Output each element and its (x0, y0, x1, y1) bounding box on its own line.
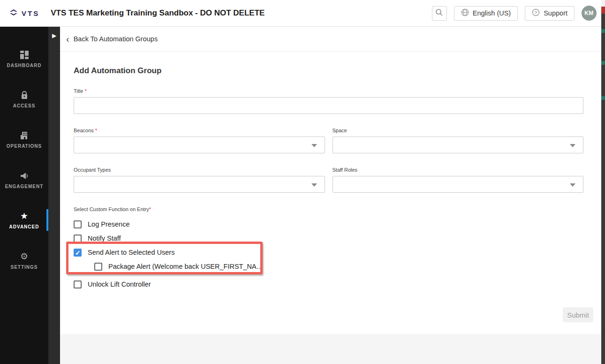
space-select[interactable] (333, 136, 584, 153)
title-input[interactable] (74, 97, 583, 114)
checkbox-option-label: Notify Staff (88, 235, 121, 242)
checkbox-icon[interactable] (94, 263, 102, 271)
required-asterisk: * (95, 128, 97, 133)
chevron-down-icon (311, 183, 317, 187)
support-label: Support (544, 9, 567, 17)
screen-edge-artifact (601, 0, 605, 364)
gear-icon: ⚙ (20, 251, 28, 262)
back-link-label: Back To Automation Groups (74, 35, 158, 43)
sidebar-item-label: DASHBOARD (7, 63, 42, 68)
occupant-types-field-block: Occupant Types (74, 167, 325, 193)
sidebar-item-label: SETTINGS (10, 265, 38, 270)
chevron-left-icon: ‹ (66, 36, 69, 42)
add-automation-group-form: Add Automation Group Title* Beacons* (60, 66, 601, 322)
sidebar-item-label: ENGAGEMENT (5, 184, 44, 189)
sidebar-item-dashboard[interactable]: DASHBOARD (0, 38, 48, 79)
vts-logo-icon (8, 9, 19, 17)
sidebar-item-engagement[interactable]: ENGAGEMENT (0, 159, 48, 200)
custom-function-options: Log PresenceNotify StaffSend Alert to Se… (74, 220, 583, 288)
checkbox-option-2[interactable]: Send Alert to Selected Users (74, 248, 583, 257)
support-button[interactable]: ? Support (525, 6, 575, 21)
checkbox-icon[interactable] (74, 281, 82, 288)
beacons-select[interactable] (74, 136, 325, 153)
checkbox-option-label: Send Alert to Selected Users (88, 249, 174, 256)
main-content: ‹ Back To Automation Groups Add Automati… (60, 27, 601, 364)
sidebar-item-label: ADVANCED (9, 224, 39, 229)
dashboard-icon (20, 50, 29, 60)
sidebar-item-label: OPERATIONS (7, 144, 42, 149)
page-background (60, 334, 601, 364)
star-icon: ★ (20, 211, 28, 221)
globe-icon (461, 8, 469, 18)
checkbox-icon[interactable] (74, 249, 82, 257)
user-avatar[interactable]: KM (582, 6, 597, 21)
back-bar: ‹ Back To Automation Groups (60, 27, 601, 52)
title-label: Title* (74, 88, 583, 94)
submit-button[interactable]: Submit (563, 307, 593, 322)
search-button[interactable] (432, 6, 447, 21)
required-asterisk: * (149, 206, 151, 212)
title-field-block: Title* (74, 88, 583, 114)
checkbox-option-3[interactable]: Package Alert (Welcome back USER_FIRST_N… (74, 262, 583, 271)
checkbox-icon[interactable] (74, 220, 82, 228)
sidebar-item-advanced[interactable]: ★ADVANCED (0, 200, 48, 240)
occupant-types-select[interactable] (74, 176, 325, 193)
building-icon (20, 130, 29, 141)
window-title: VTS TES Marketing Training Sandbox - DO … (51, 8, 432, 18)
megaphone-icon (20, 171, 29, 181)
beacons-field-block: Beacons* (74, 128, 325, 153)
app-window: VTS VTS TES Marketing Training Sandbox -… (0, 0, 605, 364)
checkbox-option-label: Unlock Lift Controller (88, 281, 151, 288)
checkbox-option-label: Log Presence (88, 220, 129, 228)
staff-roles-select[interactable] (333, 176, 584, 193)
language-label: English (US) (473, 9, 511, 17)
staff-roles-label: Staff Roles (333, 167, 584, 173)
sidebar-item-operations[interactable]: OPERATIONS (0, 119, 48, 159)
sidebar-collapse-rail: ▶ (48, 27, 60, 364)
chevron-down-icon (570, 183, 575, 187)
sidebar-item-label: ACCESS (13, 103, 36, 108)
space-field-block: Space (333, 128, 584, 153)
language-button[interactable]: English (US) (454, 6, 518, 21)
checkbox-option-0[interactable]: Log Presence (74, 220, 583, 228)
question-circle-icon: ? (532, 8, 540, 18)
search-icon (435, 8, 443, 18)
vts-logo-text: VTS (22, 9, 39, 17)
occupant-types-label: Occupant Types (74, 167, 325, 173)
custom-function-label: Select Custom Function on Entry* (74, 206, 583, 212)
sidebar: DASHBOARDACCESSOPERATIONSENGAGEMENT★ADVA… (0, 27, 48, 364)
top-header: VTS VTS TES Marketing Training Sandbox -… (0, 0, 605, 27)
svg-text:?: ? (535, 10, 537, 15)
chevron-down-icon (311, 144, 317, 147)
checkbox-option-1[interactable]: Notify Staff (74, 234, 583, 243)
required-asterisk: * (84, 88, 86, 94)
vts-logo[interactable]: VTS (8, 9, 39, 17)
staff-roles-field-block: Staff Roles (333, 167, 584, 193)
checkbox-option-label: Package Alert (Welcome back USER_FIRST_N… (108, 263, 263, 270)
checkbox-option-4[interactable]: Unlock Lift Controller (74, 280, 583, 288)
beacons-label: Beacons* (74, 128, 325, 133)
space-label: Space (333, 128, 584, 133)
expand-sidebar-arrow-icon[interactable]: ▶ (51, 32, 58, 39)
back-link[interactable]: ‹ Back To Automation Groups (66, 35, 158, 43)
checkbox-icon[interactable] (74, 235, 82, 243)
lock-icon (20, 90, 29, 100)
sidebar-item-settings[interactable]: ⚙SETTINGS (0, 240, 48, 281)
chevron-down-icon (570, 144, 575, 147)
page-title: Add Automation Group (74, 66, 583, 76)
sidebar-item-access[interactable]: ACCESS (0, 79, 48, 119)
